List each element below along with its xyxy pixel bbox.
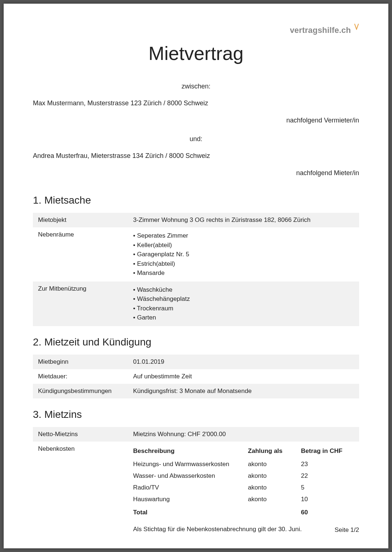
document-page: vertragshilfe.ch Mietvertrag zwischen: M…: [4, 4, 388, 548]
brand-name: vertragshilfe.ch: [290, 26, 351, 35]
landlord-line: Max Mustermann, Musterstrasse 123 Zürich…: [33, 99, 359, 107]
cell-pay: akonto: [248, 470, 301, 482]
cell-label: Zur Mitbenützung: [33, 281, 128, 326]
page-footer: Seite 1/2: [335, 526, 359, 534]
brand-logo-icon: [354, 23, 359, 29]
cell-desc: Hauswartung: [133, 494, 248, 505]
cell-amt: 5: [301, 482, 354, 494]
cell-value: 3-Zimmer Wohnung 3 OG rechts in Züristra…: [128, 213, 359, 227]
section-2-heading: 2. Mietzeit und Kündigung: [33, 336, 359, 348]
tenant-line: Andrea Musterfrau, Mieterstrasse 134 Zür…: [33, 152, 359, 160]
cell-value: Kündigungsfrist: 3 Monate auf Monatsende: [128, 384, 359, 398]
section-3-heading: 3. Mietzins: [33, 409, 359, 420]
cell-amt: 23: [301, 458, 354, 470]
brand-header: vertragshilfe.ch: [33, 26, 359, 35]
col-amt: Betrag in CHF: [301, 445, 354, 458]
section-1-table: Mietobjekt 3-Zimmer Wohnung 3 OG rechts …: [33, 213, 359, 326]
landlord-role: nachfolgend Vermieter/in: [33, 117, 359, 124]
cell-value: Auf unbestimmte Zeit: [128, 369, 359, 384]
cell-label: Kündigungsbestimmungen: [33, 384, 128, 398]
col-desc: Beschreibung: [133, 445, 248, 458]
table-row: Mietbeginn 01.01.2019: [33, 355, 359, 369]
section-1-heading: 1. Mietsache: [33, 194, 359, 206]
cell-total-label: Total: [133, 505, 248, 518]
cell-label: Mietobjekt: [33, 213, 128, 227]
cell-desc: Heizungs- und Warmwasserkosten: [133, 458, 248, 470]
cell-pay: akonto: [248, 494, 301, 505]
cell-value: • Waschküche• Wäschehängeplatz• Trockenr…: [128, 281, 359, 326]
cell-total-value: 60: [301, 505, 354, 518]
list-item: • Mansarde: [133, 268, 354, 278]
cell-pay: akonto: [248, 458, 301, 470]
cell-label: Nebenkosten: [33, 442, 128, 537]
cell-value: 01.01.2019: [128, 355, 359, 369]
cell-amt: 22: [301, 470, 354, 482]
nebenkosten-note: Als Stichtag für die Nebenkostenabrechnu…: [133, 526, 354, 533]
cell-label: Nebenräume: [33, 227, 128, 281]
cell-desc: Radio/TV: [133, 482, 248, 494]
document-title: Mietvertrag: [33, 42, 359, 64]
table-row: Wasser- und Abwasserkostenakonto22: [133, 470, 354, 482]
section-2-table: Mietbeginn 01.01.2019 Mietdauer: Auf unb…: [33, 355, 359, 398]
table-row: Netto-Mietzins Mietzins Wohnung: CHF 2'0…: [33, 427, 359, 442]
cell-value: Mietzins Wohnung: CHF 2'000.00: [128, 427, 359, 442]
table-row: Nebenräume • Seperates Zimmer• Keller(ab…: [33, 227, 359, 281]
cell-label: Netto-Mietzins: [33, 427, 128, 442]
list-item: • Keller(abteil): [133, 241, 354, 250]
list-item: • Waschküche: [133, 285, 354, 295]
cell-pay: akonto: [248, 482, 301, 494]
list-item: • Estrich(abteil): [133, 259, 354, 269]
table-row: Kündigungsbestimmungen Kündigungsfrist: …: [33, 384, 359, 398]
cell-desc: Wasser- und Abwasserkosten: [133, 470, 248, 482]
cell-value: • Seperates Zimmer• Keller(abteil)• Gara…: [128, 227, 359, 281]
cell-label: Mietdauer:: [33, 369, 128, 384]
table-row: Radio/TVakonto5: [133, 482, 354, 494]
cell-amt: 10: [301, 494, 354, 505]
section-3-table: Netto-Mietzins Mietzins Wohnung: CHF 2'0…: [33, 427, 359, 537]
list-item: • Trockenraum: [133, 304, 354, 313]
table-row-total: Total60: [133, 505, 354, 518]
table-row: Mietdauer: Auf unbestimmte Zeit: [33, 369, 359, 384]
label-between: zwischen:: [33, 83, 359, 90]
list-item: • Wäschehängeplatz: [133, 294, 354, 304]
table-row: Nebenkosten Beschreibung Zahlung als Bet…: [33, 442, 359, 537]
table-row: Zur Mitbenützung • Waschküche• Wäschehän…: [33, 281, 359, 326]
nebenkosten-table: Beschreibung Zahlung als Betrag in CHF H…: [133, 445, 354, 518]
cell-value: Beschreibung Zahlung als Betrag in CHF H…: [128, 442, 359, 537]
label-and: und:: [33, 135, 359, 143]
col-pay: Zahlung als: [248, 445, 301, 458]
table-row: Mietobjekt 3-Zimmer Wohnung 3 OG rechts …: [33, 213, 359, 227]
list-item: • Garagenplatz Nr. 5: [133, 250, 354, 259]
table-row: Heizungs- und Warmwasserkostenakonto23: [133, 458, 354, 470]
table-row: Hauswartungakonto10: [133, 494, 354, 505]
tenant-role: nachfolgend Mieter/in: [33, 169, 359, 177]
cell-label: Mietbeginn: [33, 355, 128, 369]
list-item: • Seperates Zimmer: [133, 231, 354, 241]
list-item: • Garten: [133, 313, 354, 322]
